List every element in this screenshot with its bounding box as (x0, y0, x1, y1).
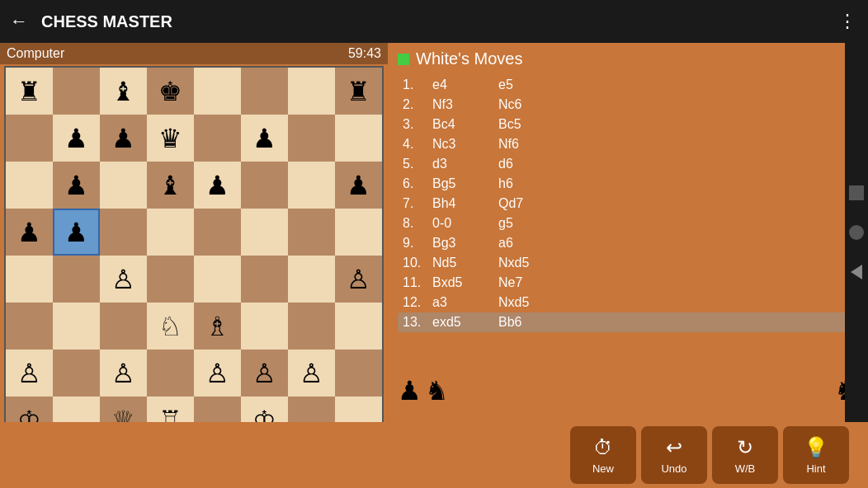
chess-cell[interactable] (241, 303, 288, 350)
chess-cell[interactable] (194, 256, 241, 303)
chess-cell[interactable] (147, 256, 194, 303)
toolbar-hint-button[interactable]: 💡Hint (783, 426, 849, 484)
chess-cell[interactable]: ♝ (100, 68, 147, 115)
chess-cell[interactable]: ♙ (194, 350, 241, 396)
chess-cell[interactable]: ♜ (6, 68, 53, 115)
chess-cell[interactable]: ♟ (53, 162, 100, 209)
chess-cell[interactable] (288, 115, 335, 162)
square-button[interactable] (849, 185, 864, 200)
chess-cell[interactable] (194, 115, 241, 162)
chess-cell[interactable] (53, 68, 100, 115)
move-row[interactable]: 1.e4e5 (398, 75, 858, 95)
chess-cell[interactable] (6, 303, 53, 350)
move-white: 0-0 (432, 216, 498, 231)
chess-cell[interactable] (335, 396, 382, 422)
move-row[interactable]: 5.d3d6 (398, 154, 858, 174)
chess-cell[interactable] (288, 396, 335, 422)
chess-cell[interactable]: ♝ (147, 162, 194, 209)
move-row[interactable]: 4.Nc3Nf6 (398, 134, 858, 154)
toolbar-undo-button[interactable]: ↩Undo (641, 426, 707, 484)
chess-cell[interactable] (147, 350, 194, 396)
chess-cell[interactable]: ♙ (335, 256, 382, 303)
move-row[interactable]: 7.Bh4Qd7 (398, 194, 858, 214)
chess-cell[interactable] (335, 209, 382, 256)
move-row[interactable]: 9.Bg3a6 (398, 233, 858, 253)
chess-cell[interactable]: ♜ (335, 68, 382, 115)
chess-cell[interactable]: ♙ (100, 350, 147, 396)
move-white: Bg5 (432, 176, 498, 191)
move-row[interactable]: 13.exd5Bb6 (398, 312, 858, 332)
hint-label: Hint (806, 462, 825, 475)
chess-cell[interactable] (194, 396, 241, 422)
chess-cell[interactable] (288, 68, 335, 115)
chess-cell[interactable] (241, 256, 288, 303)
top-player-timer: 59:43 (348, 46, 381, 61)
chess-cell[interactable] (288, 209, 335, 256)
chess-cell[interactable]: ♚ (147, 68, 194, 115)
move-number: 1. (403, 77, 432, 92)
menu-button[interactable]: ⋮ (838, 11, 858, 32)
chess-cell[interactable]: ♖ (147, 396, 194, 422)
undo-icon: ↩ (666, 436, 682, 459)
chess-cell[interactable] (53, 256, 100, 303)
chess-cell[interactable] (241, 209, 288, 256)
chess-cell[interactable] (288, 256, 335, 303)
toolbar-wb-button[interactable]: ↻W/B (712, 426, 778, 484)
chess-cell[interactable]: ♟ (335, 162, 382, 209)
chess-cell[interactable] (53, 303, 100, 350)
chess-cell[interactable] (288, 303, 335, 350)
chess-cell[interactable] (241, 162, 288, 209)
chess-cell[interactable]: ♟ (241, 115, 288, 162)
move-number: 8. (403, 216, 432, 231)
move-row[interactable]: 10.Nd5Nxd5 (398, 253, 858, 273)
chess-cell[interactable] (335, 115, 382, 162)
chess-cell[interactable]: ♙ (288, 350, 335, 396)
chess-cell[interactable] (147, 209, 194, 256)
chess-cell[interactable]: ♕ (100, 396, 147, 422)
white-captures: ♟ ♞ (398, 375, 449, 406)
move-row[interactable]: 12.a3Nxd5 (398, 293, 858, 312)
move-white: a3 (432, 295, 498, 310)
chess-cell[interactable] (335, 350, 382, 396)
chess-cell[interactable]: ♔ (6, 396, 53, 422)
chess-cell[interactable] (194, 209, 241, 256)
chess-cell[interactable] (100, 303, 147, 350)
chess-cell[interactable]: ♙ (100, 256, 147, 303)
back-nav-button[interactable] (851, 265, 862, 279)
chess-cell[interactable]: ♟ (53, 209, 100, 256)
chess-cell[interactable]: ♔ (241, 396, 288, 422)
chess-cell[interactable]: ♙ (241, 350, 288, 396)
chess-board[interactable]: ♜♝♚♜♟♟♛♟♟♝♟♟♟♟♙♙♘♗♙♙♙♙♙♔♕♖♔ (4, 66, 384, 422)
chess-cell[interactable] (335, 303, 382, 350)
chess-cell[interactable] (241, 68, 288, 115)
chess-cell[interactable]: ♟ (194, 162, 241, 209)
chess-cell[interactable]: ♗ (194, 303, 241, 350)
move-number: 12. (403, 295, 432, 310)
move-row[interactable]: 11.Bxd5Ne7 (398, 273, 858, 293)
chess-cell[interactable] (194, 68, 241, 115)
chess-cell[interactable]: ♙ (6, 350, 53, 396)
chess-cell[interactable]: ♟ (53, 115, 100, 162)
move-row[interactable]: 6.Bg5h6 (398, 174, 858, 194)
app-title: CHESS MASTER (41, 12, 838, 31)
move-row[interactable]: 3.Bc4Bc5 (398, 115, 858, 134)
chess-cell[interactable]: ♟ (6, 209, 53, 256)
chess-cell[interactable] (53, 396, 100, 422)
chess-cell[interactable] (6, 115, 53, 162)
circle-button[interactable] (849, 225, 864, 240)
chess-cell[interactable] (100, 162, 147, 209)
chess-cell[interactable] (6, 162, 53, 209)
chess-cell[interactable]: ♘ (147, 303, 194, 350)
toolbar-new-button[interactable]: ⏱New (570, 426, 636, 484)
chess-cell[interactable] (6, 256, 53, 303)
chess-cell[interactable] (53, 350, 100, 396)
back-button[interactable]: ← (10, 11, 28, 32)
captured-pawn: ♟ (398, 375, 422, 406)
move-row[interactable]: 2.Nf3Nc6 (398, 95, 858, 115)
chess-cell[interactable] (288, 162, 335, 209)
chess-cell[interactable]: ♟ (100, 115, 147, 162)
chess-cell[interactable] (100, 209, 147, 256)
move-row[interactable]: 8.0-0g5 (398, 214, 858, 233)
right-side-nav (845, 43, 868, 422)
chess-cell[interactable]: ♛ (147, 115, 194, 162)
